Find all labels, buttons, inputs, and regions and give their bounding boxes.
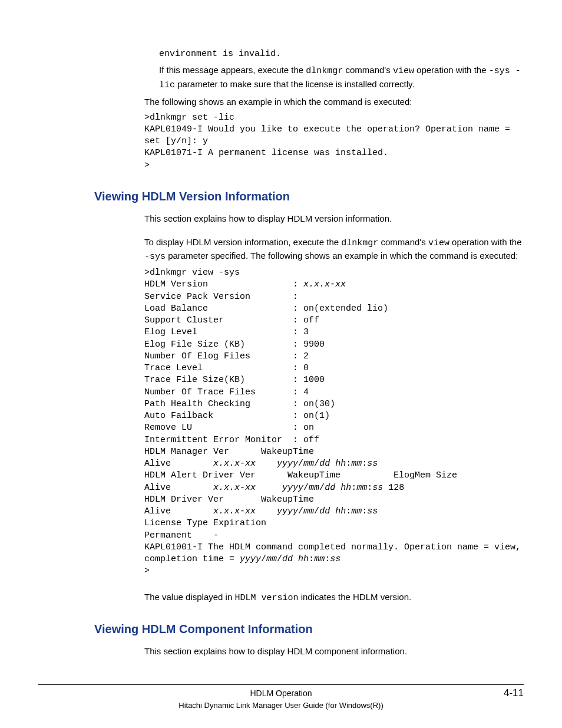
code-line: Number Of Elog Files : 2	[144, 351, 309, 361]
text: If this message appears, execute the	[159, 65, 306, 75]
inline-code-view: view	[393, 66, 414, 76]
inline-code-sys: -sys	[144, 252, 166, 262]
text: The value displayed in	[144, 592, 234, 602]
text: parameter to make sure that the license …	[175, 79, 415, 89]
code-line: Elog File Size (KB) : 9900	[144, 340, 325, 350]
inline-code-dlnkmgr: dlnkmgr	[306, 66, 343, 76]
code-line: Auto Failback : on(1)	[144, 411, 330, 421]
code-line: Alive x.x.x-xx yyyy/mm/dd hh:mm:ss 128	[144, 483, 404, 493]
text: command's	[343, 65, 393, 75]
code-line: >dlnkmgr view -sys	[144, 268, 240, 278]
code-env-invalid: environment is invalid.	[159, 48, 524, 60]
code-line: KAPL01001-I The HDLM command completed n…	[144, 542, 526, 564]
footer-section: HDLM Operation	[250, 687, 312, 699]
paragraph-if-message: If this message appears, execute the dln…	[159, 64, 524, 92]
code-line: Remove LU : on	[144, 423, 314, 433]
code-line: License Type Expiration	[144, 518, 266, 528]
code-line: Service Pack Version :	[144, 292, 303, 302]
paragraph-value-displayed: The value displayed in HDLM version indi…	[144, 591, 524, 605]
code-line: Trace Level : 0	[144, 363, 309, 373]
code-example-set-lic: >dlnkmgr set -lic KAPL01049-I Would you …	[144, 112, 524, 172]
code-line: Elog Level : 3	[144, 327, 309, 337]
paragraph-sec2-explain: This section explains how to display HDL…	[144, 645, 524, 658]
paragraph-sec1-todisplay: To display HDLM version information, exe…	[144, 236, 524, 264]
code-line: Load Balance : on(extended lio)	[144, 304, 388, 314]
code-line: HDLM Manager Ver WakeupTime	[144, 447, 314, 457]
code-line: >	[144, 566, 150, 576]
inline-code-view: view	[428, 238, 449, 248]
inline-code-hdlm-version: HDLM version	[234, 593, 298, 603]
text: command's	[378, 237, 428, 247]
code-line: Alive x.x.x-xx yyyy/mm/dd hh:mm:ss	[144, 506, 378, 516]
code-line: Number Of Trace Files : 4	[144, 387, 309, 397]
footer-book-title: Hitachi Dynamic Link Manager User Guide …	[38, 700, 524, 711]
text: parameter specified. The following shows…	[166, 251, 518, 261]
inline-code-dlnkmgr: dlnkmgr	[341, 238, 378, 248]
text: indicates the HDLM version.	[298, 592, 411, 602]
code-line: Permanent -	[144, 531, 219, 541]
text: operation with the	[414, 65, 489, 75]
code-line: Alive x.x.x-xx yyyy/mm/dd hh:mm:ss	[144, 459, 378, 469]
code-line: Trace File Size(KB) : 1000	[144, 375, 325, 385]
heading-version-info: Viewing HDLM Version Information	[94, 188, 524, 205]
code-line: HDLM Version : x.x.x-xx	[144, 279, 346, 289]
heading-component-info: Viewing HDLM Component Information	[94, 621, 524, 638]
code-line: Support Cluster : off	[144, 315, 319, 325]
code-line: HDLM Alert Driver Ver WakeupTime ElogMem…	[144, 470, 457, 480]
footer-page-number: 4-11	[504, 686, 524, 701]
page-footer: HDLM Operation 4-11 Hitachi Dynamic Link…	[38, 684, 524, 711]
text: To display HDLM version information, exe…	[144, 237, 341, 247]
text: operation with the	[449, 237, 522, 247]
code-line: Path Health Checking : on(30)	[144, 399, 335, 409]
code-line: Intermittent Error Monitor : off	[144, 435, 319, 445]
paragraph-sec1-explain: This section explains how to display HDL…	[144, 212, 524, 225]
code-example-view-sys: >dlnkmgr view -sys HDLM Version : x.x.x-…	[144, 267, 524, 578]
paragraph-following-example: The following shows an example in which …	[144, 95, 524, 108]
code-line: HDLM Driver Ver WakeupTime	[144, 495, 314, 505]
